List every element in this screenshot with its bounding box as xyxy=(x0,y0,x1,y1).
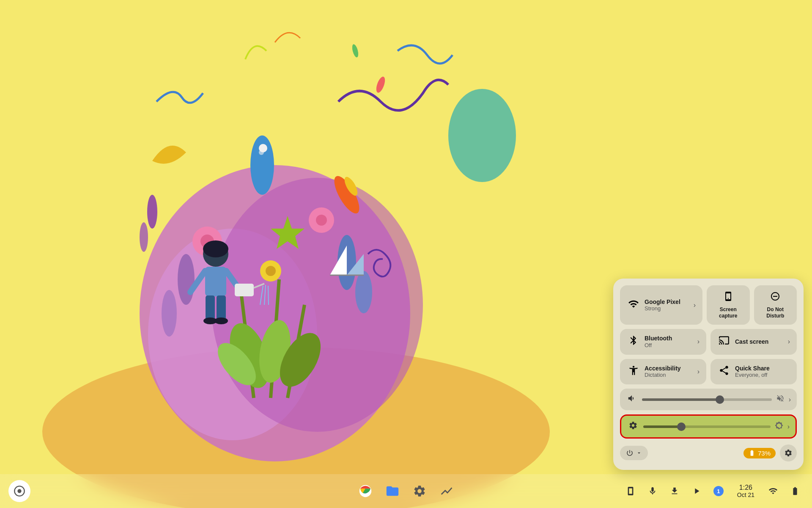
qs-row-2: Bluetooth Off › Cast screen › xyxy=(620,329,797,354)
battery-percent-label: 73% xyxy=(758,450,771,457)
battery-status[interactable]: 73% xyxy=(743,448,776,458)
power-button[interactable] xyxy=(620,446,648,460)
taskbar-battery-icon[interactable] xyxy=(787,483,804,500)
taskbar-finance[interactable] xyxy=(436,480,458,502)
do-not-disturb-icon xyxy=(770,291,780,304)
do-not-disturb-label: Do Not Disturb xyxy=(758,306,793,319)
accessibility-tile-text: Accessibility Dictation xyxy=(645,365,693,378)
taskbar-mic-icon[interactable] xyxy=(644,483,661,500)
quick-share-tile-label: Quick Share xyxy=(735,365,790,372)
svg-rect-34 xyxy=(205,267,226,296)
taskbar-files[interactable] xyxy=(381,480,403,502)
bluetooth-icon xyxy=(627,335,640,348)
svg-rect-37 xyxy=(206,295,215,321)
brightness-slider[interactable] xyxy=(643,425,771,428)
taskbar-date-display: Oct 21 xyxy=(737,491,754,498)
cast-screen-icon xyxy=(717,335,731,348)
qs-bottom-row: 73% xyxy=(620,443,797,463)
wifi-icon xyxy=(627,298,640,312)
brightness-auto-icon xyxy=(775,421,783,432)
volume-slash-icon xyxy=(776,394,785,405)
wifi-tile-sublabel: Strong xyxy=(645,305,689,312)
volume-slider-row: › xyxy=(620,389,797,410)
taskbar-play-icon[interactable] xyxy=(688,483,705,500)
svg-point-50 xyxy=(633,366,634,367)
qs-row-3: Accessibility Dictation › Quick Share Ev… xyxy=(620,359,797,384)
taskbar-screenshot-icon[interactable] xyxy=(622,483,639,500)
quick-share-tile-sublabel: Everyone, off xyxy=(735,372,790,378)
taskbar-settings[interactable] xyxy=(409,480,431,502)
wifi-tile-arrow: › xyxy=(694,301,696,309)
svg-rect-38 xyxy=(217,295,226,321)
quick-settings-panel: Google Pixel Strong › Screen capture Do … xyxy=(613,279,804,470)
cast-screen-tile[interactable]: Cast screen › xyxy=(710,329,797,354)
svg-point-46 xyxy=(147,195,157,229)
taskbar-download-icon[interactable] xyxy=(666,483,683,500)
svg-point-13 xyxy=(266,266,276,276)
screen-capture-tile[interactable]: Screen capture xyxy=(707,285,750,325)
taskbar-notification-icon[interactable]: 1 xyxy=(710,483,727,500)
svg-point-52 xyxy=(17,489,21,493)
volume-slider[interactable] xyxy=(642,398,772,401)
screen-capture-label: Screen capture xyxy=(711,306,746,319)
taskbar-right: 1 1:26 Oct 21 xyxy=(622,482,804,500)
taskbar-clock[interactable]: 1:26 Oct 21 xyxy=(732,482,760,500)
taskbar-wifi-icon[interactable] xyxy=(765,483,782,500)
cast-screen-tile-text: Cast screen xyxy=(735,338,784,345)
quick-share-icon xyxy=(717,365,731,378)
svg-point-33 xyxy=(203,240,228,257)
wifi-tile[interactable]: Google Pixel Strong › xyxy=(620,285,702,325)
volume-expand-arrow[interactable]: › xyxy=(789,396,791,403)
bluetooth-tile-label: Bluetooth xyxy=(645,335,693,342)
screen-capture-icon xyxy=(723,291,733,304)
accessibility-tile-label: Accessibility xyxy=(645,365,693,372)
svg-rect-41 xyxy=(235,284,254,296)
settings-button[interactable] xyxy=(780,444,797,461)
svg-point-22 xyxy=(355,271,372,313)
wifi-tile-text: Google Pixel Strong xyxy=(645,298,689,312)
taskbar-chrome[interactable] xyxy=(354,480,376,502)
wifi-tile-label: Google Pixel xyxy=(645,298,689,306)
svg-point-47 xyxy=(140,222,148,252)
brightness-icon xyxy=(627,421,639,432)
svg-point-17 xyxy=(316,215,327,226)
svg-point-19 xyxy=(178,254,195,305)
brightness-expand-arrow[interactable]: › xyxy=(787,423,790,431)
quick-share-tile-text: Quick Share Everyone, off xyxy=(735,365,790,378)
svg-point-28 xyxy=(259,150,264,155)
accessibility-icon xyxy=(627,365,640,378)
bluetooth-tile-sublabel: Off xyxy=(645,342,693,349)
launcher-button[interactable] xyxy=(8,480,30,502)
svg-point-23 xyxy=(448,89,516,182)
cast-screen-tile-label: Cast screen xyxy=(735,338,784,345)
brightness-slider-row: › xyxy=(620,414,797,439)
taskbar: 1 1:26 Oct 21 xyxy=(0,474,812,508)
qs-row-1: Google Pixel Strong › Screen capture Do … xyxy=(620,285,797,325)
volume-icon xyxy=(626,394,638,405)
bluetooth-tile[interactable]: Bluetooth Off › xyxy=(620,329,706,354)
do-not-disturb-tile[interactable]: Do Not Disturb xyxy=(754,285,797,325)
taskbar-time-display: 1:26 xyxy=(739,484,752,491)
accessibility-tile[interactable]: Accessibility Dictation › xyxy=(620,359,706,384)
svg-line-45 xyxy=(268,286,269,305)
accessibility-tile-arrow: › xyxy=(697,368,700,375)
quick-share-tile[interactable]: Quick Share Everyone, off xyxy=(710,359,797,384)
bluetooth-tile-text: Bluetooth Off xyxy=(645,335,693,348)
svg-point-40 xyxy=(214,318,228,324)
bluetooth-tile-arrow: › xyxy=(697,338,700,345)
taskbar-center-apps xyxy=(354,480,458,502)
accessibility-tile-sublabel: Dictation xyxy=(645,372,693,378)
cast-screen-tile-arrow: › xyxy=(788,338,790,345)
svg-point-20 xyxy=(162,290,177,337)
taskbar-left xyxy=(8,480,30,502)
